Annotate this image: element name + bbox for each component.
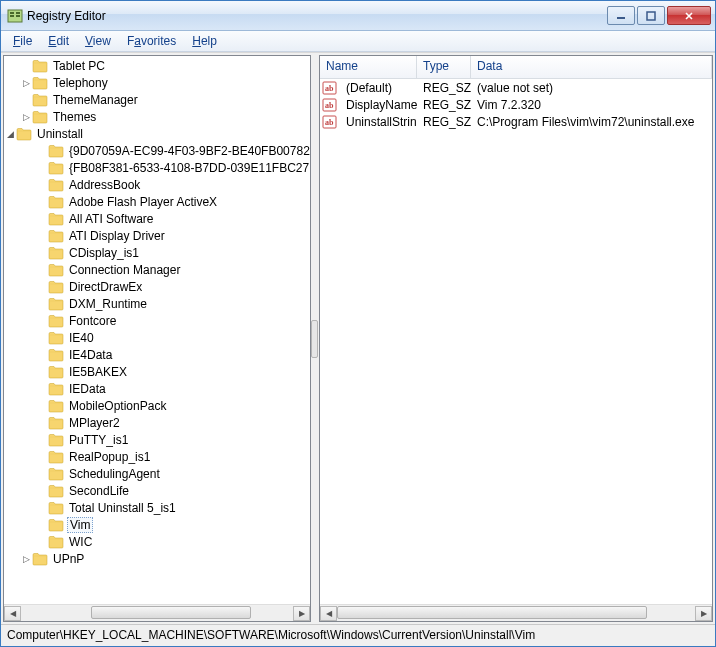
tree-row[interactable]: RealPopup_is1 xyxy=(4,448,310,465)
tree-row[interactable]: SecondLife xyxy=(4,482,310,499)
menu-edit[interactable]: Edit xyxy=(40,32,77,50)
tree-row[interactable]: All ATI Software xyxy=(4,210,310,227)
tree-row[interactable]: DirectDrawEx xyxy=(4,278,310,295)
tree-label[interactable]: Telephony xyxy=(51,76,110,90)
tree-label[interactable]: Vim xyxy=(67,517,93,533)
tree-row[interactable]: Connection Manager xyxy=(4,261,310,278)
tree-label[interactable]: All ATI Software xyxy=(67,212,155,226)
tree-row[interactable]: Fontcore xyxy=(4,312,310,329)
tree-label[interactable]: {9D07059A-EC99-4F03-9BF2-BE40FB007822} xyxy=(67,144,310,158)
tree-body[interactable]: Tablet PC▷TelephonyThemeManager▷Themes◢U… xyxy=(4,56,310,604)
scroll-thumb[interactable] xyxy=(91,606,251,619)
scroll-thumb[interactable] xyxy=(337,606,647,619)
tree-row[interactable]: ◢Uninstall xyxy=(4,125,310,142)
list-row[interactable]: abDisplayNameREG_SZVim 7.2.320 xyxy=(320,96,712,113)
tree-row[interactable]: {FB08F381-6533-4108-B7DD-039E11FBC27E} xyxy=(4,159,310,176)
tree-label[interactable]: WIC xyxy=(67,535,94,549)
minimize-button[interactable] xyxy=(607,6,635,25)
tree-label[interactable]: Uninstall xyxy=(35,127,85,141)
tree-label[interactable]: Adobe Flash Player ActiveX xyxy=(67,195,219,209)
tree-row[interactable]: IE4Data xyxy=(4,346,310,363)
scroll-left-icon[interactable]: ◀ xyxy=(4,606,21,621)
tree-row[interactable]: ▷Themes xyxy=(4,108,310,125)
tree-row[interactable]: CDisplay_is1 xyxy=(4,244,310,261)
tree-label[interactable]: CDisplay_is1 xyxy=(67,246,141,260)
expand-toggle-icon[interactable]: ▷ xyxy=(20,112,32,122)
tree-row[interactable]: Tablet PC xyxy=(4,57,310,74)
scroll-left-icon[interactable]: ◀ xyxy=(320,606,337,621)
tree-label[interactable]: RealPopup_is1 xyxy=(67,450,152,464)
tree-label[interactable]: IE40 xyxy=(67,331,96,345)
tree-row[interactable]: WIC xyxy=(4,533,310,550)
tree-row[interactable]: IE40 xyxy=(4,329,310,346)
tree-label[interactable]: Tablet PC xyxy=(51,59,107,73)
tree-hscroll[interactable]: ◀ ▶ xyxy=(4,604,310,621)
tree-label[interactable]: ATI Display Driver xyxy=(67,229,167,243)
tree-row[interactable]: SchedulingAgent xyxy=(4,465,310,482)
tree-row[interactable]: DXM_Runtime xyxy=(4,295,310,312)
tree-label[interactable]: IE5BAKEX xyxy=(67,365,129,379)
folder-icon xyxy=(48,501,64,515)
tree-row[interactable]: IEData xyxy=(4,380,310,397)
tree-row[interactable]: ▷UPnP xyxy=(4,550,310,567)
tree-label[interactable]: DirectDrawEx xyxy=(67,280,144,294)
tree-label[interactable]: SecondLife xyxy=(67,484,131,498)
scroll-track[interactable] xyxy=(21,606,293,621)
menu-view[interactable]: View xyxy=(77,32,119,50)
tree-label[interactable]: PuTTY_is1 xyxy=(67,433,130,447)
col-data[interactable]: Data xyxy=(471,56,712,78)
tree-row[interactable]: Total Uninstall 5_is1 xyxy=(4,499,310,516)
list-row[interactable]: abUninstallStringREG_SZC:\Program Files\… xyxy=(320,113,712,130)
tree-label[interactable]: Fontcore xyxy=(67,314,118,328)
folder-icon xyxy=(32,76,48,90)
folder-icon xyxy=(48,144,64,158)
maximize-button[interactable] xyxy=(637,6,665,25)
tree-label[interactable]: MobileOptionPack xyxy=(67,399,168,413)
tree-row[interactable]: ▷Telephony xyxy=(4,74,310,91)
tree-row[interactable]: Vim xyxy=(4,516,310,533)
menu-file[interactable]: File xyxy=(5,32,40,50)
menu-help[interactable]: Help xyxy=(184,32,225,50)
tree-row[interactable]: PuTTY_is1 xyxy=(4,431,310,448)
tree-label[interactable]: {FB08F381-6533-4108-B7DD-039E11FBC27E} xyxy=(67,161,310,175)
expand-toggle-icon[interactable]: ▷ xyxy=(20,554,32,564)
menu-favorites[interactable]: Favorites xyxy=(119,32,184,50)
tree-label[interactable]: Total Uninstall 5_is1 xyxy=(67,501,178,515)
list-body[interactable]: ab(Default)REG_SZ(value not set)abDispla… xyxy=(320,79,712,604)
window-title: Registry Editor xyxy=(27,9,605,23)
tree-label[interactable]: IEData xyxy=(67,382,108,396)
tree-label[interactable]: Connection Manager xyxy=(67,263,182,277)
cell-name: UninstallString xyxy=(340,115,417,129)
tree-label[interactable]: AddressBook xyxy=(67,178,142,192)
tree-label[interactable]: SchedulingAgent xyxy=(67,467,162,481)
tree-row[interactable]: ThemeManager xyxy=(4,91,310,108)
tree-row[interactable]: ATI Display Driver xyxy=(4,227,310,244)
svg-rect-1 xyxy=(10,12,14,14)
tree-row[interactable]: Adobe Flash Player ActiveX xyxy=(4,193,310,210)
list-pane: Name Type Data ab(Default)REG_SZ(value n… xyxy=(319,55,713,622)
list-hscroll[interactable]: ◀ ▶ xyxy=(320,604,712,621)
tree-row[interactable]: MobileOptionPack xyxy=(4,397,310,414)
tree-label[interactable]: ThemeManager xyxy=(51,93,140,107)
scroll-track[interactable] xyxy=(337,606,695,621)
tree-row[interactable]: {9D07059A-EC99-4F03-9BF2-BE40FB007822} xyxy=(4,142,310,159)
expand-toggle-icon[interactable]: ▷ xyxy=(20,78,32,88)
tree-row[interactable]: MPlayer2 xyxy=(4,414,310,431)
list-row[interactable]: ab(Default)REG_SZ(value not set) xyxy=(320,79,712,96)
col-type[interactable]: Type xyxy=(417,56,471,78)
col-name[interactable]: Name xyxy=(320,56,417,78)
tree-label[interactable]: Themes xyxy=(51,110,98,124)
scroll-right-icon[interactable]: ▶ xyxy=(695,606,712,621)
tree-label[interactable]: UPnP xyxy=(51,552,86,566)
folder-icon xyxy=(48,297,64,311)
tree-row[interactable]: IE5BAKEX xyxy=(4,363,310,380)
tree-label[interactable]: IE4Data xyxy=(67,348,114,362)
splitter[interactable] xyxy=(313,55,317,622)
scroll-right-icon[interactable]: ▶ xyxy=(293,606,310,621)
tree-row[interactable]: AddressBook xyxy=(4,176,310,193)
close-button[interactable] xyxy=(667,6,711,25)
expand-toggle-icon[interactable]: ◢ xyxy=(4,129,16,139)
tree-label[interactable]: DXM_Runtime xyxy=(67,297,149,311)
titlebar[interactable]: Registry Editor xyxy=(1,1,715,31)
tree-label[interactable]: MPlayer2 xyxy=(67,416,122,430)
